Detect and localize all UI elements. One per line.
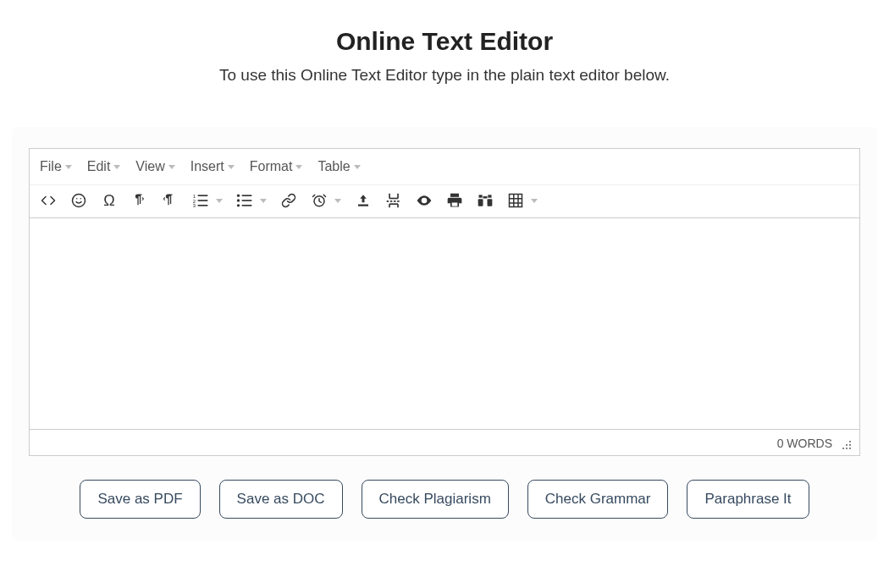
- bullet-list-icon[interactable]: [236, 192, 253, 209]
- svg-rect-20: [479, 195, 483, 197]
- menu-format[interactable]: Format: [250, 159, 303, 174]
- check-plagiarism-button[interactable]: Check Plagiarism: [362, 480, 509, 519]
- svg-rect-10: [242, 195, 252, 196]
- svg-point-13: [237, 204, 240, 206]
- emoji-icon[interactable]: [70, 192, 87, 209]
- menu-table-label: Table: [318, 159, 350, 174]
- word-count-label[interactable]: 0 WORDS: [777, 437, 832, 450]
- svg-point-11: [237, 199, 240, 201]
- datetime-group[interactable]: [311, 192, 341, 209]
- chevron-down-icon[interactable]: [531, 199, 538, 203]
- menubar: File Edit View Insert Format: [30, 149, 859, 185]
- menu-file-label: File: [40, 159, 62, 174]
- resize-grip-icon[interactable]: [839, 437, 851, 449]
- chevron-down-icon: [354, 165, 361, 169]
- svg-rect-14: [242, 205, 252, 206]
- table-grid-icon[interactable]: [507, 192, 524, 209]
- omega-icon[interactable]: Ω: [101, 192, 118, 209]
- action-row: Save as PDF Save as DOC Check Plagiarism…: [29, 480, 860, 519]
- chevron-down-icon[interactable]: [334, 199, 341, 203]
- upload-icon[interactable]: [355, 192, 372, 209]
- menu-edit[interactable]: Edit: [87, 159, 121, 174]
- link-icon[interactable]: [280, 192, 297, 209]
- svg-rect-21: [488, 195, 491, 197]
- chevron-down-icon[interactable]: [260, 199, 267, 203]
- svg-point-9: [237, 195, 240, 197]
- svg-rect-6: [198, 200, 208, 201]
- svg-rect-23: [478, 199, 483, 206]
- svg-rect-4: [198, 195, 208, 196]
- svg-point-17: [422, 199, 425, 201]
- svg-rect-24: [488, 199, 493, 206]
- svg-rect-22: [483, 196, 488, 199]
- print-icon[interactable]: [446, 192, 463, 209]
- svg-rect-19: [452, 203, 458, 206]
- menu-view[interactable]: View: [135, 159, 174, 174]
- menu-insert[interactable]: Insert: [190, 159, 235, 174]
- editor-shell: File Edit View Insert Format: [29, 148, 860, 456]
- code-icon[interactable]: [40, 192, 57, 209]
- svg-rect-25: [510, 195, 522, 207]
- statusbar: 0 WORDS: [30, 429, 859, 455]
- paraphrase-button[interactable]: Paraphrase It: [687, 480, 809, 519]
- svg-rect-18: [450, 194, 459, 197]
- menu-insert-label: Insert: [190, 159, 224, 174]
- clock-icon[interactable]: [311, 192, 328, 209]
- page-subtitle: To use this Online Text Editor type in t…: [0, 66, 889, 85]
- svg-rect-8: [198, 205, 208, 206]
- table-insert-group[interactable]: [507, 192, 538, 209]
- rtl-icon[interactable]: [162, 192, 179, 209]
- menu-edit-label: Edit: [87, 159, 111, 174]
- chevron-down-icon: [168, 165, 175, 169]
- numbered-list-group[interactable]: 123: [192, 192, 223, 209]
- check-grammar-button[interactable]: Check Grammar: [527, 480, 669, 519]
- ltr-icon[interactable]: [131, 192, 148, 209]
- toolbar: Ω 123: [30, 185, 859, 218]
- bullet-list-group[interactable]: [236, 192, 267, 209]
- numbered-list-icon[interactable]: 123: [192, 192, 209, 209]
- menu-format-label: Format: [250, 159, 293, 174]
- svg-text:3: 3: [193, 203, 196, 208]
- editor-content-area[interactable]: [30, 218, 859, 426]
- menu-view-label: View: [135, 159, 164, 174]
- binoculars-icon[interactable]: [477, 192, 494, 209]
- chevron-down-icon[interactable]: [216, 199, 223, 203]
- svg-rect-16: [358, 205, 368, 206]
- pagebreak-icon[interactable]: [385, 192, 402, 209]
- chevron-down-icon: [113, 165, 120, 169]
- menu-table[interactable]: Table: [318, 159, 360, 174]
- chevron-down-icon: [65, 165, 72, 169]
- eye-icon[interactable]: [416, 192, 433, 209]
- save-pdf-button[interactable]: Save as PDF: [80, 480, 200, 519]
- editor-panel: File Edit View Insert Format: [12, 127, 877, 541]
- chevron-down-icon: [295, 165, 302, 169]
- svg-point-0: [73, 195, 86, 207]
- save-doc-button[interactable]: Save as DOC: [219, 480, 343, 519]
- menu-file[interactable]: File: [40, 159, 72, 174]
- svg-rect-12: [242, 200, 252, 201]
- page-title: Online Text Editor: [0, 27, 889, 56]
- chevron-down-icon: [228, 165, 235, 169]
